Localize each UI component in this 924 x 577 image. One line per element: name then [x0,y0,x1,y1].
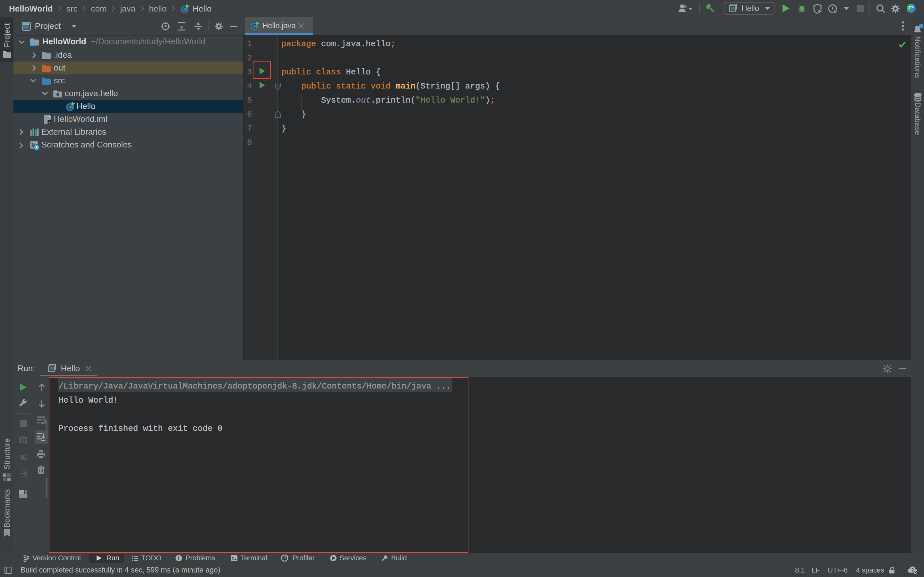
svg-text:?: ? [911,568,914,573]
